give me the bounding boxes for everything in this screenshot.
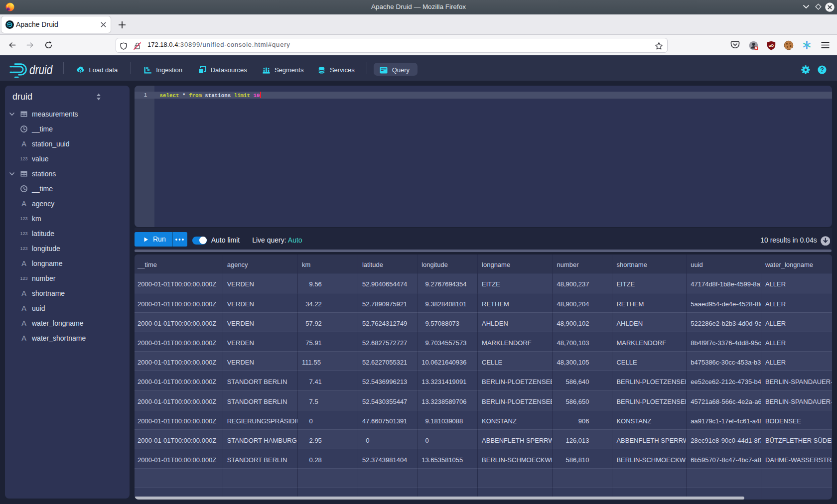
svg-text:uO: uO <box>769 43 774 48</box>
svg-text:?: ? <box>820 66 824 73</box>
